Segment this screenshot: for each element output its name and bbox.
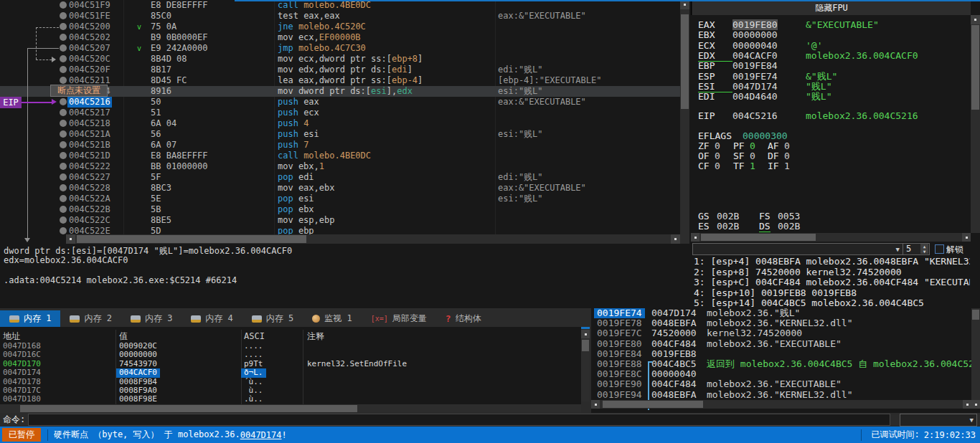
flag-value[interactable]: 0 <box>715 141 720 151</box>
register-row[interactable]: EDI004D4640"贱L" <box>698 92 778 102</box>
breakpoint-address-link[interactable]: 0047D174 <box>240 430 282 440</box>
scroll-right-button[interactable] <box>671 234 680 244</box>
flag-value[interactable]: 0 <box>715 161 720 171</box>
register-row[interactable]: EAX0019FE80&"EXECUTABLE" <box>698 20 778 30</box>
scroll-right-button[interactable] <box>962 233 971 242</box>
argument-row[interactable]: 4: [esp+10] 0019FEB8 0019FEB8 <box>694 288 970 298</box>
stack-row[interactable]: 0019FE90004CF484molebox2.36."EXECUTABLE" <box>591 379 980 389</box>
breakpoint-bullet[interactable] <box>60 216 67 224</box>
disasm-row[interactable]: 004C521751push ecx <box>0 108 680 118</box>
stack-row[interactable]: 0019FE8C00000040 <box>591 369 980 379</box>
register-row[interactable]: EIP004C5216molebox2.36.004C5216 <box>698 111 778 121</box>
argument-depth-stepper[interactable]: 5 ▲▼ <box>903 243 930 255</box>
disasm-vscrollbar-thumb[interactable] <box>681 14 689 109</box>
disasm-row[interactable]: 004C520F8B17mov edx,dword ptr ds:[edi]ed… <box>0 65 680 75</box>
breakpoint-bullet[interactable] <box>60 66 67 73</box>
tab-内存-3[interactable]: 内存 3 <box>121 310 182 327</box>
breakpoint-bullet[interactable] <box>60 173 67 181</box>
scroll-left-button[interactable] <box>591 400 600 409</box>
register-value[interactable]: 0019FE84 <box>732 60 778 71</box>
register-row[interactable]: EBX00000000 <box>698 30 778 40</box>
stack-address[interactable]: 0019FE88 <box>597 359 642 369</box>
memory-vscrollbar-thumb[interactable] <box>582 340 589 351</box>
stack-hscrollbar-thumb[interactable] <box>603 401 703 408</box>
register-value[interactable]: 004D4640 <box>732 91 778 102</box>
memory-hscrollbar-thumb[interactable] <box>20 405 357 412</box>
register-value[interactable]: 0019FE74 <box>732 71 778 82</box>
flag-value[interactable]: 0 <box>750 141 755 151</box>
breakpoint-bullet[interactable] <box>60 23 67 30</box>
registers-hscrollbar[interactable] <box>691 233 971 242</box>
stack-address[interactable]: 0019FE80 <box>597 339 642 349</box>
stack-address[interactable]: 0019FE8C <box>597 369 642 379</box>
disasm-vscrollbar[interactable] <box>680 0 689 244</box>
scroll-left-button[interactable] <box>66 234 75 244</box>
stack-row[interactable]: 0019FE80004CF484molebox2.36."EXECUTABLE" <box>591 339 980 349</box>
disasm-row[interactable]: 004C52288BC3mov eax,ebxeax:&"EXECUTABLE" <box>0 183 680 194</box>
registers-vscrollbar[interactable] <box>971 15 980 233</box>
stack-vscrollbar-thumb[interactable] <box>972 310 979 320</box>
breakpoint-bullet[interactable] <box>60 152 67 159</box>
command-profile-select[interactable]: 默认 ▼ <box>900 414 977 427</box>
register-value[interactable]: 0047D174 <box>732 81 778 92</box>
breakpoint-bullet[interactable] <box>60 195 67 202</box>
disasm-row[interactable]: 004C5202B9 0B0000EFmov ecx,EF00000B <box>0 32 680 43</box>
disasm-row[interactable]: 004C522A5Epop esiesi:"贱L" <box>0 194 680 204</box>
breakpoint-bullet[interactable] <box>60 227 67 234</box>
register-row[interactable]: ECX00000040'@' <box>698 41 778 51</box>
memory-row[interactable]: 0047D174004CACF0ð¬L. <box>0 368 581 377</box>
argument-row[interactable]: 5: [esp+14] 004C4BC5 molebox2.36.004C4BC… <box>694 298 970 308</box>
memory-row[interactable]: 0047D1680009020C.... <box>0 342 581 351</box>
breakpoint-bullet[interactable] <box>60 141 67 148</box>
scroll-right-button[interactable] <box>963 400 971 409</box>
disasm-row[interactable]: 004C52186A 04push 4 <box>0 118 680 129</box>
unlock-checkbox[interactable] <box>935 244 944 254</box>
stack-vscrollbar[interactable] <box>971 308 980 400</box>
tab-内存-1[interactable]: 内存 1 <box>0 310 60 327</box>
memory-vscrollbar[interactable] <box>581 330 590 401</box>
scroll-up-button[interactable] <box>971 15 980 24</box>
breakpoint-bullet[interactable] <box>60 163 67 170</box>
memory-row[interactable]: 0047D16C00000000.... <box>0 351 581 359</box>
breakpoint-bullet[interactable] <box>60 130 67 138</box>
breakpoint-bullet[interactable] <box>60 98 67 105</box>
stack-row[interactable]: 0019FE7C74520000kernel32.74520000 <box>591 328 980 338</box>
argument-row[interactable]: 1: [esp+4] 0048EBFA molebox2.36.0048EBFA… <box>694 257 970 267</box>
disasm-row[interactable]: 004C520C8B4D 08mov ecx,dword ptr ss:[ebp… <box>0 54 680 65</box>
stack-row[interactable]: 0019FE940048EBFAmolebox2.36."KERNEL32.dl… <box>591 390 980 400</box>
disasm-row[interactable]: 004C5222BB 01000000mov ebx,1 <box>0 161 680 172</box>
breakpoint-bullet[interactable] <box>60 12 67 19</box>
stack-address[interactable]: 0019FE78 <box>597 318 642 328</box>
argument-row[interactable]: 3: [esp+C] 004CF484 molebox2.36.004CF484… <box>694 277 970 287</box>
register-row[interactable]: EBP0019FE84 <box>698 61 778 71</box>
tab-内存-5[interactable]: 内存 5 <box>242 310 303 327</box>
breakpoint-bullet[interactable] <box>60 44 67 52</box>
disasm-row[interactable]: v004C520075 0Ajne molebo.4C520C <box>0 22 680 32</box>
scroll-up-button[interactable] <box>581 330 590 338</box>
memory-row[interactable]: 0047D1800008F98E.ù.. <box>0 395 581 404</box>
breakpoint-bullet[interactable] <box>60 34 67 41</box>
disasm-row[interactable]: 004C52275Fpop ediedi:"贱L" <box>0 172 680 183</box>
memory-row[interactable]: 0047D17074543970p9Ttkernel32.SetEndOfFil… <box>0 360 581 368</box>
breakpoint-bullet[interactable] <box>60 1 67 9</box>
stack-address[interactable]: 0019FE7C <box>597 328 642 338</box>
memory-value[interactable]: 0008F98E <box>119 395 157 404</box>
flag-value[interactable]: 0 <box>715 151 720 161</box>
disasm-row[interactable]: 004C521DE8 BA8EFFFFcall molebo.4BE0DC <box>0 151 680 161</box>
stack-hscrollbar[interactable] <box>591 400 971 409</box>
scroll-left-button[interactable] <box>691 233 699 242</box>
breakpoint-bullet[interactable] <box>60 206 67 213</box>
disasm-row[interactable]: 004C521B6A 07push 7 <box>0 140 680 151</box>
register-value[interactable]: 004C5216 <box>732 110 778 121</box>
disasm-row[interactable]: v004C5207E9 242A0000jmp molebo.4C7C30 <box>0 43 680 54</box>
breakpoint-bullet[interactable] <box>60 55 67 62</box>
tab-内存-4[interactable]: 内存 4 <box>182 310 242 327</box>
tab-结构体[interactable]: ?结构体 <box>436 310 491 327</box>
register-row[interactable]: EFLAGS00000300 <box>698 131 788 141</box>
disasm-row[interactable]: 004C522B5Bpop ebx <box>0 204 680 215</box>
stack-address[interactable]: 0019FE90 <box>597 379 642 389</box>
disasm-hscrollbar-thumb[interactable] <box>77 235 306 243</box>
tab-局部变量[interactable]: [x=]局部变量 <box>362 310 436 327</box>
memory-value[interactable]: 00000000 <box>119 351 157 359</box>
breakpoint-bullet[interactable] <box>60 109 67 116</box>
